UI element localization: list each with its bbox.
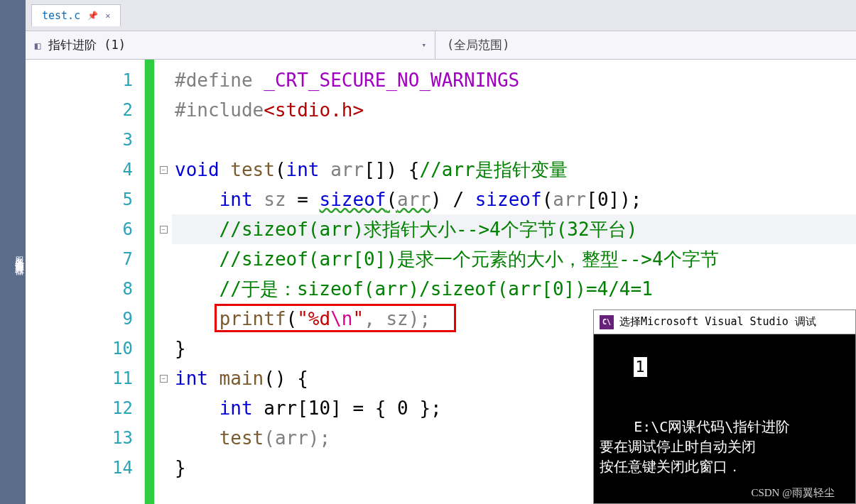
console-message: E:\C网课代码\指针进阶 要在调试停止时自动关闭 按任意键关闭此窗口． (600, 418, 807, 475)
scope-selector-left[interactable]: ◧ 指针进阶 (1) ▾ (26, 31, 435, 59)
scope-selector-right[interactable]: (全局范围) (435, 31, 856, 59)
code-line: #define _CRT_SECURE_NO_WARNINGS (172, 65, 856, 95)
chevron-down-icon[interactable]: ▾ (418, 40, 429, 50)
console-output-value: 1 (634, 357, 647, 377)
scope-right-label: (全局范围) (447, 37, 509, 53)
line-number: 11 (26, 363, 144, 393)
line-number: 12 (26, 393, 144, 423)
debug-console-window[interactable]: C\ 选择Microsoft Visual Studio 调试 1 E:\C网课… (593, 309, 856, 504)
tab-bar: test.c 📌 ✕ (26, 0, 856, 31)
line-number: 9 (26, 304, 144, 334)
code-line: #include<stdio.h> (172, 95, 856, 125)
line-number: 6 (26, 214, 144, 244)
line-number: 8 (26, 274, 144, 304)
code-line (172, 125, 856, 155)
console-title-text: 选择Microsoft Visual Studio 调试 (619, 315, 816, 329)
nav-bar: ◧ 指针进阶 (1) ▾ (全局范围) (26, 31, 856, 60)
file-tab[interactable]: test.c 📌 ✕ (31, 4, 121, 26)
console-titlebar[interactable]: C\ 选择Microsoft Visual Studio 调试 (594, 310, 855, 334)
code-line: //sizeof(arr[0])是求一个元素的大小，整型-->4个字节 (172, 244, 856, 274)
line-number: 10 (26, 334, 144, 363)
side-panel: 服务器资源管理器 工具箱 (0, 0, 26, 504)
change-margin (145, 60, 155, 504)
line-number: 2 (26, 95, 144, 125)
code-line: //于是：sizeof(arr)/sizeof(arr[0])=4/4=1 (172, 274, 856, 304)
line-number: 7 (26, 244, 144, 274)
line-number: 1 (26, 65, 144, 95)
line-number: 13 (26, 423, 144, 453)
fold-toggle-icon[interactable]: − (160, 226, 168, 234)
fold-toggle-icon[interactable]: − (160, 375, 168, 383)
code-line: //sizeof(arr)求指针大小-->4个字节(32平台) (172, 214, 856, 244)
line-number-gutter: 1 2 3 4 5 6 7 8 9 10 11 12 13 14 (26, 60, 145, 504)
file-tab-label: test.c (42, 9, 80, 22)
watermark: CSDN @雨翼轻尘 (751, 486, 835, 500)
line-number: 14 (26, 453, 144, 483)
fold-column: − − − (155, 60, 172, 504)
code-line: void test(int arr[]) {//arr是指针变量 (172, 155, 856, 185)
line-number: 5 (26, 185, 144, 214)
line-number: 4 (26, 155, 144, 185)
scope-left-label: 指针进阶 (1) (48, 37, 414, 53)
side-tab-server-explorer[interactable]: 服务器资源管理器 (13, 249, 26, 261)
close-icon[interactable]: ✕ (105, 11, 110, 21)
module-icon: ◧ (31, 39, 44, 52)
line-number: 3 (26, 125, 144, 155)
code-line: int sz = sizeof(arr) / sizeof(arr[0]); (172, 185, 856, 214)
console-body: 1 E:\C网课代码\指针进阶 要在调试停止时自动关闭 按任意键关闭此窗口． (594, 334, 855, 503)
vs-icon: C\ (600, 315, 614, 329)
pin-icon[interactable]: 📌 (87, 11, 98, 21)
fold-toggle-icon[interactable]: − (160, 166, 168, 174)
